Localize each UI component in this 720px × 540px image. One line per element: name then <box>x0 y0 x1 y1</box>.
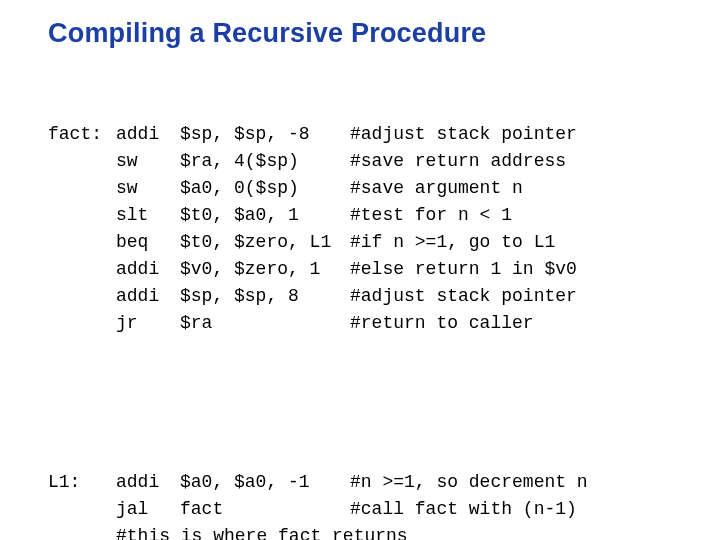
code-comment: #save argument n <box>350 175 523 202</box>
code-args: fact <box>180 496 350 523</box>
code-comment: #else return 1 in $v0 <box>350 256 577 283</box>
code-label: fact: <box>48 121 116 148</box>
code-comment: #test for n < 1 <box>350 202 512 229</box>
code-opcode: jr <box>116 310 180 337</box>
code-comment: #call fact with (n-1) <box>350 496 577 523</box>
code-block-1: fact:addi$sp, $sp, -8#adjust stack point… <box>48 67 692 415</box>
code-comment-line: #this is where fact returns <box>116 523 408 540</box>
code-comment: #save return address <box>350 148 566 175</box>
code-opcode: sw <box>116 175 180 202</box>
code-line: L1:addi$a0, $a0, -1#n >=1, so decrement … <box>48 469 692 496</box>
code-line: sw$a0, 0($sp)#save argument n <box>48 175 692 202</box>
code-label: L1: <box>48 469 116 496</box>
code-args: $a0, 0($sp) <box>180 175 350 202</box>
code-opcode: slt <box>116 202 180 229</box>
code-comment: #n >=1, so decrement n <box>350 469 588 496</box>
code-args: $ra, 4($sp) <box>180 148 350 175</box>
code-opcode: addi <box>116 121 180 148</box>
code-opcode: addi <box>116 469 180 496</box>
code-line: addi$v0, $zero, 1#else return 1 in $v0 <box>48 256 692 283</box>
code-args: $v0, $zero, 1 <box>180 256 350 283</box>
code-line: jr$ra#return to caller <box>48 310 692 337</box>
code-opcode: sw <box>116 148 180 175</box>
code-line: #this is where fact returns <box>48 523 692 540</box>
code-opcode: addi <box>116 283 180 310</box>
code-line: fact:addi$sp, $sp, -8#adjust stack point… <box>48 121 692 148</box>
code-line: slt$t0, $a0, 1#test for n < 1 <box>48 202 692 229</box>
code-comment: #return to caller <box>350 310 534 337</box>
slide: Compiling a Recursive Procedure fact:add… <box>0 0 720 540</box>
code-args: $a0, $a0, -1 <box>180 469 350 496</box>
code-args: $t0, $zero, L1 <box>180 229 350 256</box>
code-comment: #if n >=1, go to L1 <box>350 229 555 256</box>
code-line: jalfact#call fact with (n-1) <box>48 496 692 523</box>
code-line: sw$ra, 4($sp)#save return address <box>48 148 692 175</box>
code-block-2: L1:addi$a0, $a0, -1#n >=1, so decrement … <box>48 415 692 540</box>
code-opcode: jal <box>116 496 180 523</box>
code-comment: #adjust stack pointer <box>350 283 577 310</box>
code-line: addi$sp, $sp, 8#adjust stack pointer <box>48 283 692 310</box>
code-args: $sp, $sp, 8 <box>180 283 350 310</box>
code-line: beq$t0, $zero, L1#if n >=1, go to L1 <box>48 229 692 256</box>
code-opcode: addi <box>116 256 180 283</box>
code-comment: #adjust stack pointer <box>350 121 577 148</box>
code-args: $ra <box>180 310 350 337</box>
code-opcode: beq <box>116 229 180 256</box>
code-args: $t0, $a0, 1 <box>180 202 350 229</box>
slide-title: Compiling a Recursive Procedure <box>48 18 692 49</box>
code-args: $sp, $sp, -8 <box>180 121 350 148</box>
